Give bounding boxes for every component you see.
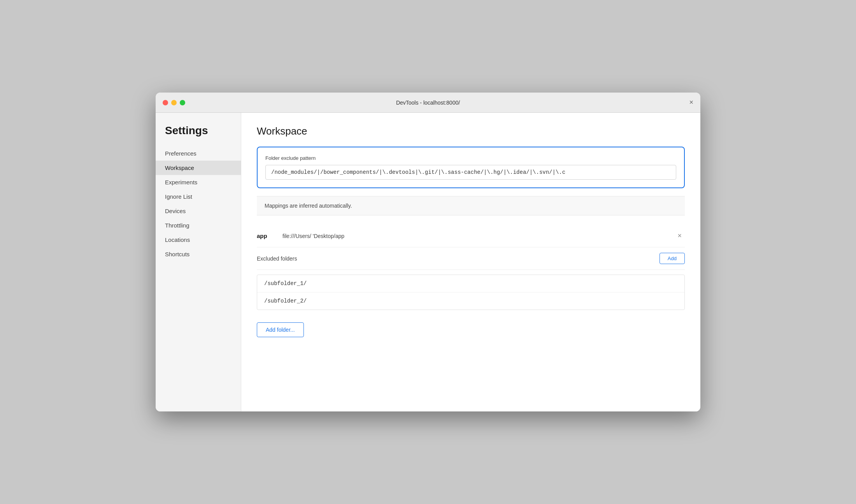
sidebar-item-ignore-list[interactable]: Ignore List [156, 189, 241, 204]
add-folder-button[interactable]: Add folder... [257, 322, 304, 337]
titlebar: DevTools - localhost:8000/ × [156, 93, 700, 113]
sidebar-item-experiments[interactable]: Experiments [156, 175, 241, 189]
sidebar-item-devices[interactable]: Devices [156, 204, 241, 218]
workspace-entry-name: app [257, 233, 276, 239]
sidebar-heading: Settings [156, 124, 241, 146]
mappings-info: Mappings are inferred automatically. [257, 196, 685, 215]
page-title: Workspace [257, 125, 685, 137]
excluded-folder-item-2: /subfolder_2/ [257, 292, 684, 310]
devtools-window: DevTools - localhost:8000/ × Settings Pr… [156, 93, 700, 411]
content-area: Settings Preferences Workspace Experimen… [156, 113, 700, 411]
close-button[interactable] [163, 100, 168, 105]
workspace-entry-path: file:///Users/ 'Desktop/app [282, 233, 674, 239]
excluded-folder-item-1: /subfolder_1/ [257, 275, 684, 292]
folder-exclude-input[interactable] [265, 165, 676, 180]
sidebar: Settings Preferences Workspace Experimen… [156, 113, 241, 411]
window-controls [163, 100, 185, 105]
excluded-folders-label: Excluded folders [257, 256, 297, 262]
workspace-remove-button[interactable]: × [674, 230, 685, 242]
add-excluded-folder-button[interactable]: Add [660, 253, 685, 264]
sidebar-item-shortcuts[interactable]: Shortcuts [156, 247, 241, 261]
minimize-button[interactable] [171, 100, 177, 105]
window-title: DevTools - localhost:8000/ [396, 100, 460, 106]
window-close-button[interactable]: × [689, 98, 693, 107]
workspace-entry: app file:///Users/ 'Desktop/app × [257, 225, 685, 247]
excluded-folders-row: Excluded folders Add [257, 247, 685, 270]
folder-exclude-section: Folder exclude pattern [257, 147, 685, 188]
excluded-folders-list: /subfolder_1/ /subfolder_2/ [257, 275, 685, 310]
main-content: Workspace Folder exclude pattern Mapping… [241, 113, 700, 411]
sidebar-item-throttling[interactable]: Throttling [156, 218, 241, 233]
maximize-button[interactable] [180, 100, 185, 105]
sidebar-item-preferences[interactable]: Preferences [156, 146, 241, 161]
sidebar-item-locations[interactable]: Locations [156, 233, 241, 247]
folder-exclude-label: Folder exclude pattern [265, 155, 676, 161]
sidebar-item-workspace[interactable]: Workspace [156, 161, 241, 175]
